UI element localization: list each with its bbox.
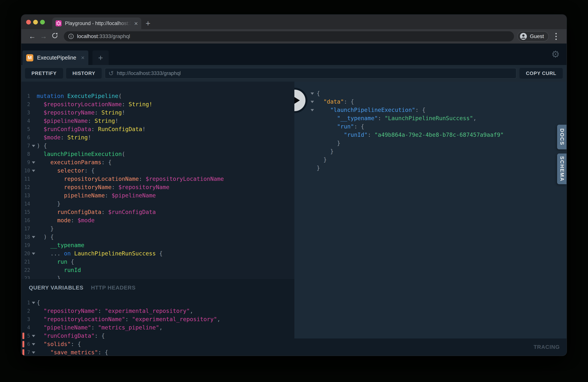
code-line[interactable]: 11 repositoryLocationName: $repositoryLo… bbox=[21, 175, 294, 183]
code-line[interactable]: 2 "repositoryName": "experimental_reposi… bbox=[21, 307, 294, 315]
profile-button[interactable]: Guest bbox=[517, 31, 549, 42]
code-line[interactable]: 7 "save_metrics": { bbox=[21, 348, 294, 356]
code-line[interactable]: 1mutation ExecutePipeline( bbox=[21, 92, 294, 100]
code-line[interactable]: 3 $repositoryName: String! bbox=[21, 108, 294, 117]
tab-query-variables[interactable]: QUERY VARIABLES bbox=[29, 285, 84, 291]
code-line[interactable]: 22 runId bbox=[21, 266, 294, 274]
code-line[interactable]: 1{ bbox=[21, 298, 294, 307]
back-icon[interactable]: ← bbox=[26, 32, 38, 40]
error-marker bbox=[22, 333, 24, 339]
tab-execute-pipeline[interactable]: M ExecutePipeline × bbox=[22, 50, 88, 65]
fold-gutter bbox=[30, 175, 37, 183]
fold-arrow-icon[interactable] bbox=[30, 340, 37, 348]
prettify-button[interactable]: PRETTIFY bbox=[25, 68, 63, 79]
playground-new-tab-button[interactable]: + bbox=[92, 50, 109, 65]
fold-arrow-icon[interactable] bbox=[30, 298, 37, 307]
variables-editor[interactable]: 1{2 "repositoryName": "experimental_repo… bbox=[21, 296, 294, 356]
code-line[interactable]: 23 } bbox=[21, 274, 294, 279]
fold-gutter bbox=[310, 147, 316, 156]
line-number: 3 bbox=[21, 315, 30, 323]
fold-arrow-icon[interactable] bbox=[310, 89, 316, 98]
response-pane: { "data": { "launchPipelineExecution": {… bbox=[294, 82, 567, 356]
browser-titlebar: Playground - http://localhost:3 × + bbox=[21, 15, 567, 29]
code-line[interactable]: 15 runConfigData: $runConfigData bbox=[21, 208, 294, 216]
play-icon bbox=[294, 90, 306, 111]
endpoint-input[interactable]: ↺ http://localhost:3333/graphql bbox=[105, 68, 517, 79]
browser-addressbar: ← → localhost:3333/graphql bbox=[21, 29, 567, 43]
code-line[interactable]: 9 executionParams: { bbox=[21, 158, 294, 167]
close-window-button[interactable] bbox=[26, 20, 31, 24]
tab-close-icon[interactable]: × bbox=[81, 54, 84, 61]
fold-gutter bbox=[30, 191, 37, 200]
code-line[interactable]: 4 "pipelineName": "metrics_pipeline", bbox=[21, 323, 294, 332]
fold-arrow-icon[interactable] bbox=[30, 158, 37, 167]
code-line[interactable]: 12 repositoryName: $repositoryName bbox=[21, 183, 294, 191]
code-line[interactable]: 14 } bbox=[21, 200, 294, 208]
browser-tab[interactable]: Playground - http://localhost:3 × bbox=[52, 18, 141, 29]
settings-gear-icon[interactable]: ⚙ bbox=[551, 49, 560, 60]
forward-icon: → bbox=[38, 32, 49, 40]
fold-gutter bbox=[310, 156, 316, 164]
fold-gutter bbox=[30, 117, 37, 125]
code-line: { bbox=[294, 89, 567, 98]
fold-gutter bbox=[30, 92, 37, 100]
code-line[interactable]: 18 ) { bbox=[21, 233, 294, 241]
query-editor[interactable]: 1mutation ExecutePipeline(2 $repositoryL… bbox=[21, 82, 294, 279]
browser-tab-close-icon[interactable]: × bbox=[134, 20, 138, 26]
address-input[interactable]: localhost:3333/graphql bbox=[64, 31, 514, 42]
code-line[interactable]: 8 launchPipelineExecution( bbox=[21, 150, 294, 158]
code-line[interactable]: 7) { bbox=[21, 142, 294, 150]
line-number: 4 bbox=[21, 117, 30, 125]
code-line[interactable]: 6 $mode: String! bbox=[21, 133, 294, 142]
fold-arrow-icon[interactable] bbox=[30, 142, 37, 150]
tab-title: ExecutePipeline bbox=[37, 55, 81, 61]
code-line: "run": { bbox=[294, 123, 567, 131]
variables-pane: QUERY VARIABLES HTTP HEADERS 1{2 "reposi… bbox=[21, 279, 294, 356]
line-number: 6 bbox=[21, 133, 30, 142]
code-line[interactable]: 10 selector: { bbox=[21, 167, 294, 175]
line-number: 4 bbox=[21, 323, 30, 332]
zoom-window-button[interactable] bbox=[40, 20, 45, 24]
browser-new-tab-button[interactable]: + bbox=[146, 19, 150, 27]
code-line[interactable]: 3 "repositoryLocationName": "experimenta… bbox=[21, 315, 294, 323]
fold-arrow-icon[interactable] bbox=[30, 167, 37, 175]
schema-tab[interactable]: SCHEMA bbox=[557, 153, 567, 184]
line-number: 13 bbox=[21, 191, 30, 200]
fold-gutter bbox=[310, 164, 316, 172]
fold-arrow-icon[interactable] bbox=[30, 233, 37, 241]
error-marker bbox=[22, 341, 24, 347]
docs-label: DOCS bbox=[559, 128, 565, 146]
profile-name: Guest bbox=[530, 33, 544, 39]
code-line[interactable]: 5 "runConfigData": { bbox=[21, 332, 294, 340]
code-line[interactable]: 20 ... on LaunchPipelineRunSuccess { bbox=[21, 249, 294, 258]
tracing-bar[interactable]: TRACING bbox=[294, 339, 567, 356]
code-line[interactable]: 5 $runConfigData: RunConfigData! bbox=[21, 125, 294, 133]
code-line[interactable]: 4 $pipelineName: String! bbox=[21, 117, 294, 125]
line-number: 11 bbox=[21, 175, 30, 183]
code-line[interactable]: 16 mode: $mode bbox=[21, 216, 294, 225]
code-line[interactable]: 19 __typename bbox=[21, 241, 294, 249]
minimize-window-button[interactable] bbox=[33, 20, 38, 24]
code-line[interactable]: 21 run { bbox=[21, 258, 294, 266]
code-line[interactable]: 17 } bbox=[21, 225, 294, 233]
editor-column: 1mutation ExecutePipeline(2 $repositoryL… bbox=[21, 82, 294, 356]
fold-arrow-icon[interactable] bbox=[30, 332, 37, 340]
copy-curl-button[interactable]: COPY CURL bbox=[520, 68, 563, 79]
reload-icon[interactable] bbox=[49, 32, 61, 41]
code-line[interactable]: 6 "solids": { bbox=[21, 340, 294, 348]
fold-arrow-icon[interactable] bbox=[310, 106, 316, 114]
line-number: 20 bbox=[21, 249, 30, 258]
code-line[interactable]: 2 $repositoryLocationName: String! bbox=[21, 100, 294, 108]
browser-menu-icon[interactable] bbox=[551, 33, 561, 40]
fold-arrow-icon[interactable] bbox=[310, 98, 316, 106]
fold-arrow-icon[interactable] bbox=[30, 348, 37, 356]
tab-http-headers[interactable]: HTTP HEADERS bbox=[91, 285, 136, 291]
fold-arrow-icon[interactable] bbox=[30, 249, 37, 258]
docs-tab[interactable]: DOCS bbox=[557, 125, 567, 149]
error-marker bbox=[22, 349, 24, 356]
info-icon[interactable] bbox=[68, 33, 74, 39]
code-line[interactable]: 13 pipelineName: $pipelineName bbox=[21, 191, 294, 200]
history-button[interactable]: HISTORY bbox=[66, 68, 102, 79]
undo-icon[interactable]: ↺ bbox=[108, 69, 114, 77]
playground-toolbar: PRETTIFY HISTORY ↺ http://localhost:3333… bbox=[21, 65, 567, 82]
